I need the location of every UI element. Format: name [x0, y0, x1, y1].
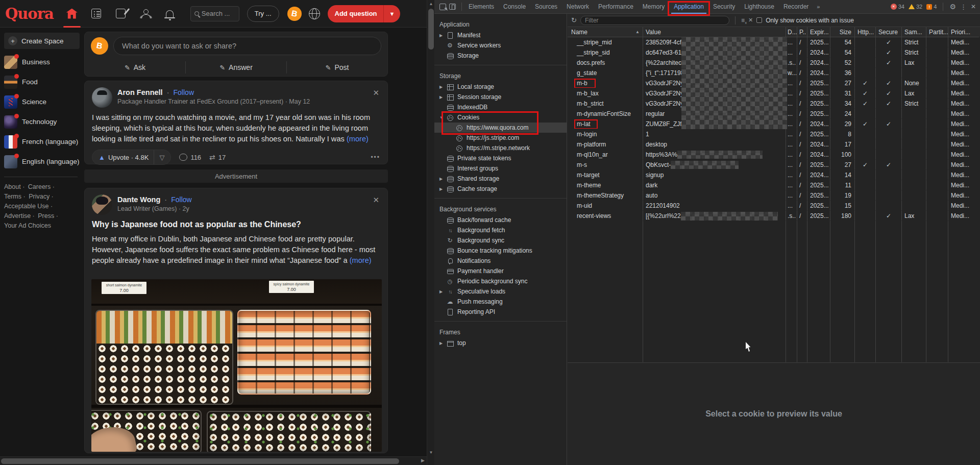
cookie-row[interactable]: m-themeStrategy auto ... / 2025... 19 Me… — [568, 190, 980, 201]
scrollbar-thumb[interactable] — [428, 9, 434, 50]
avatar[interactable] — [92, 194, 112, 215]
tree-item[interactable]: https://js.stripe.com — [434, 133, 567, 143]
tree-item[interactable]: Background sync — [434, 235, 567, 246]
try-quora-plus-button[interactable]: Try ... — [247, 6, 279, 22]
author-name[interactable]: Dante Wong — [117, 195, 160, 204]
ask-action-button[interactable]: ✎ Ask — [85, 61, 185, 74]
devtools-tab[interactable]: Lighthouse — [740, 0, 779, 14]
tree-item[interactable]: https://www.quora.com — [434, 123, 567, 133]
refresh-icon[interactable]: ↻ — [571, 16, 577, 24]
tree-item[interactable]: Cache storage — [434, 184, 567, 194]
ask-share-input[interactable] — [113, 37, 381, 55]
question-title[interactable]: Why is Japanese food not as popular as t… — [85, 215, 387, 229]
column-header-secure[interactable]: Secure — [876, 27, 902, 37]
comments-button[interactable]: 116 — [179, 154, 201, 161]
close-devtools-icon[interactable]: ✕ — [971, 3, 976, 10]
expander-icon[interactable] — [439, 177, 446, 181]
expander-icon[interactable] — [439, 95, 446, 100]
follow-link[interactable]: Follow — [174, 88, 194, 96]
expander-icon[interactable] — [439, 187, 446, 191]
cookie-name[interactable]: m-platform — [577, 139, 606, 150]
column-header-partition[interactable]: Partit... — [926, 27, 948, 37]
scrollbar-thumb[interactable] — [1, 458, 399, 464]
footer-link[interactable]: Privacy · — [29, 193, 54, 200]
device-toolbar-icon[interactable] — [449, 4, 456, 10]
devtools-tab[interactable]: Memory — [638, 0, 669, 14]
profile-avatar[interactable]: B — [287, 7, 302, 21]
sidebar-space-item[interactable]: English (language) — [4, 155, 80, 168]
footer-link[interactable]: Your Ad Choices — [4, 222, 51, 229]
devtools-tab[interactable]: Elements — [464, 0, 499, 14]
expander-icon[interactable] — [439, 341, 446, 346]
footer-link[interactable]: Press · — [38, 212, 58, 219]
expander-icon[interactable] — [439, 85, 446, 89]
expander-icon[interactable] — [439, 33, 446, 38]
tree-item[interactable]: Private state tokens — [434, 153, 567, 163]
user-avatar[interactable]: B — [91, 37, 108, 55]
cookie-name[interactable]: m-ql10n_ar — [577, 150, 608, 160]
tree-item[interactable]: https://m.stripe.network — [434, 143, 567, 153]
cookie-row[interactable]: m-platform desktop ... / 2024... 17 Medi… — [568, 139, 980, 150]
column-header-samesite[interactable]: Sam... — [902, 27, 926, 37]
tree-item[interactable]: Speculative loads — [434, 286, 567, 297]
kebab-menu-icon[interactable]: ⋮ — [960, 3, 967, 11]
warning-badge[interactable]: 32 — [909, 4, 922, 10]
tree-item[interactable]: Session storage — [434, 92, 567, 102]
footer-link[interactable]: About · — [4, 183, 24, 190]
more-tabs-button[interactable]: » — [813, 4, 823, 10]
cookie-name[interactable]: recent-views — [577, 211, 611, 221]
sidebar-space-item[interactable]: Food — [4, 76, 80, 89]
cookie-name[interactable]: m-s — [577, 160, 587, 170]
cookie-value[interactable]: signup — [643, 170, 786, 180]
devtools-tab[interactable]: Console — [499, 0, 530, 14]
tree-item[interactable]: IndexedDB — [434, 102, 567, 112]
column-header-httponly[interactable]: Http... — [855, 27, 876, 37]
issues-badge[interactable]: !4 — [926, 4, 937, 10]
author-name[interactable]: Aron Fennell — [117, 88, 163, 96]
devtools-tab[interactable]: Security — [708, 0, 740, 14]
footer-link[interactable]: Acceptable Use · — [4, 203, 53, 210]
cookie-value[interactable]: desktop — [643, 139, 786, 150]
add-question-button[interactable]: Add question ▼ — [328, 5, 401, 22]
tree-item[interactable]: Back/forward cache — [434, 215, 567, 225]
search-box[interactable] — [190, 6, 239, 21]
more-options-icon[interactable]: ••• — [371, 154, 380, 161]
sidebar-space-item[interactable]: Science — [4, 95, 80, 109]
gear-icon[interactable]: ⚙ — [949, 3, 956, 11]
cookie-name[interactable]: m-b — [574, 79, 596, 88]
tree-item[interactable]: Interest groups — [434, 163, 567, 174]
cookie-name[interactable]: __stripe_sid — [577, 47, 610, 58]
chevron-down-icon[interactable]: ▼ — [384, 11, 401, 17]
cookie-value[interactable]: dark — [643, 180, 786, 190]
delete-selected-icon[interactable]: ✕ — [748, 17, 753, 23]
tree-item[interactable]: Storage — [434, 51, 567, 61]
upvote-button[interactable]: ▲ Upvote · 4.8K ▽ — [92, 150, 171, 165]
cookie-row[interactable]: m-ql10n_ar https%3A%2F ... / 2024... 100… — [568, 150, 980, 160]
tree-item[interactable]: Service workers — [434, 40, 567, 51]
nav-following[interactable] — [84, 0, 109, 28]
column-header-domain[interactable]: D... — [786, 27, 797, 37]
issue-filter-checkbox[interactable] — [756, 17, 762, 23]
follow-link[interactable]: Follow — [171, 195, 191, 204]
scroll-down-arrow[interactable]: ▼ — [427, 450, 435, 455]
close-icon[interactable]: ✕ — [373, 195, 379, 205]
avatar[interactable] — [92, 87, 112, 108]
globe-language-icon[interactable] — [309, 8, 320, 19]
ask-action-button[interactable]: ✎ Post — [286, 61, 387, 74]
ask-action-button[interactable]: ✎ Answer — [185, 61, 286, 74]
tree-item[interactable]: Periodic background sync — [434, 276, 567, 286]
cookie-name[interactable]: m-b_lax — [577, 88, 599, 99]
cookie-name[interactable]: __stripe_mid — [577, 37, 612, 47]
devtools-tab[interactable]: Recorder — [779, 0, 813, 14]
sidebar-space-item[interactable]: Business — [4, 56, 80, 69]
tree-item[interactable]: top — [434, 338, 567, 348]
nav-spaces[interactable] — [133, 0, 158, 28]
column-header-path[interactable]: P.. — [797, 27, 807, 37]
column-header-priority[interactable]: Priori... — [948, 27, 979, 37]
cookie-value[interactable]: 1 — [643, 129, 786, 139]
column-header-size[interactable]: Size — [830, 27, 855, 37]
cookie-name[interactable]: m-login — [577, 129, 597, 139]
devtools-tab[interactable]: Performance — [594, 0, 638, 14]
devtools-tab[interactable]: Sources — [530, 0, 562, 14]
expander-icon[interactable] — [439, 115, 446, 120]
